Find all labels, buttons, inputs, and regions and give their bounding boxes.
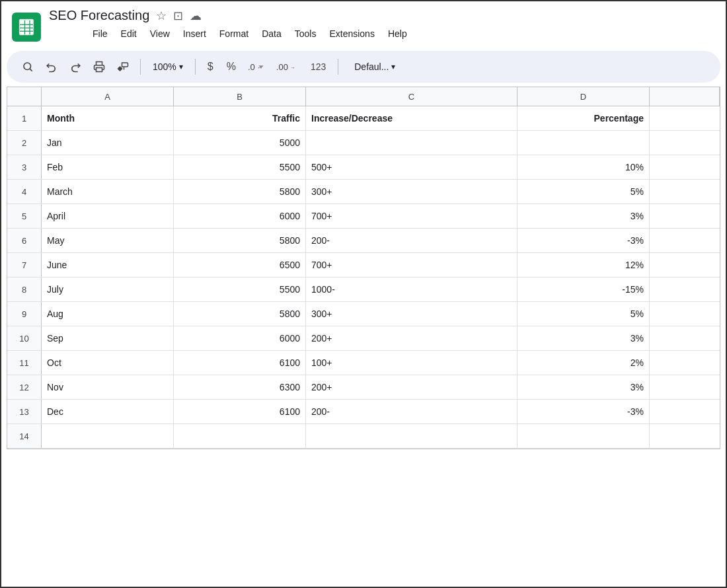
currency-button[interactable]: $ — [202, 58, 219, 75]
cell-b[interactable]: 5800 — [174, 229, 306, 252]
cell-c[interactable]: 100+ — [306, 351, 517, 375]
cell-b[interactable]: 5000 — [174, 131, 306, 155]
cell-a[interactable]: Feb — [42, 155, 174, 179]
menu-help[interactable]: Help — [381, 26, 414, 42]
cell-b[interactable]: 6300 — [174, 375, 306, 399]
cell-b[interactable] — [174, 424, 306, 448]
menu-edit[interactable]: Edit — [114, 26, 143, 42]
cell-b[interactable]: 6500 — [174, 253, 306, 277]
col-header-a[interactable]: A — [42, 87, 174, 106]
cell-a[interactable]: Oct — [42, 351, 174, 375]
cell-e[interactable] — [650, 155, 720, 179]
redo-button[interactable] — [65, 56, 86, 77]
cell-e[interactable] — [650, 131, 720, 155]
cell-a[interactable]: May — [42, 229, 174, 252]
cell-c[interactable]: 300+ — [306, 180, 517, 203]
cell-b[interactable]: Traffic — [174, 106, 306, 130]
cell-rownum: 5 — [7, 204, 42, 228]
cell-d[interactable]: Percentage — [517, 106, 650, 130]
cell-a[interactable]: Nov — [42, 375, 174, 399]
cell-b[interactable]: 6000 — [174, 326, 306, 350]
cell-a[interactable]: April — [42, 204, 174, 228]
undo-button[interactable] — [41, 56, 62, 77]
menu-extensions[interactable]: Extensions — [323, 26, 381, 42]
paint-format-button[interactable] — [112, 56, 134, 77]
move-icon[interactable]: ⊡ — [173, 9, 183, 23]
menu-format[interactable]: Format — [213, 26, 255, 42]
col-header-d[interactable]: D — [517, 87, 650, 106]
cell-a[interactable]: Month — [42, 106, 174, 130]
cell-e[interactable] — [650, 106, 720, 130]
menu-data[interactable]: Data — [255, 26, 288, 42]
decimal-increase-button[interactable]: .00 → — [272, 59, 303, 75]
zoom-selector[interactable]: 100% ▾ — [147, 59, 188, 75]
cell-c[interactable] — [306, 131, 517, 155]
num-format-button[interactable]: 123 — [305, 59, 331, 75]
cell-e[interactable] — [650, 277, 720, 301]
menu-file[interactable]: File — [86, 26, 114, 42]
cell-e[interactable] — [650, 351, 720, 375]
menu-insert[interactable]: Insert — [176, 26, 213, 42]
cell-d[interactable]: 5% — [517, 180, 650, 203]
cell-d[interactable]: -3% — [517, 229, 650, 252]
star-icon[interactable]: ☆ — [156, 9, 167, 23]
cell-c[interactable]: 700+ — [306, 204, 517, 228]
cell-e[interactable] — [650, 424, 720, 448]
cell-b[interactable]: 5500 — [174, 277, 306, 301]
cell-d[interactable]: 5% — [517, 302, 650, 326]
cell-d[interactable]: -3% — [517, 400, 650, 423]
cell-d[interactable]: 3% — [517, 204, 650, 228]
cell-b[interactable]: 6000 — [174, 204, 306, 228]
search-button[interactable] — [17, 56, 38, 77]
cell-e[interactable] — [650, 400, 720, 423]
cell-c[interactable]: 1000- — [306, 277, 517, 301]
cell-a[interactable]: Jan — [42, 131, 174, 155]
cell-c[interactable]: 700+ — [306, 253, 517, 277]
percent-button[interactable]: % — [221, 58, 241, 75]
cell-e[interactable] — [650, 326, 720, 350]
cell-c[interactable]: Increase/Decrease — [306, 106, 517, 130]
cell-b[interactable]: 5800 — [174, 302, 306, 326]
decimal-decrease-button[interactable]: .0 ← — [244, 59, 270, 75]
cell-d[interactable] — [517, 424, 650, 448]
cell-a[interactable] — [42, 424, 174, 448]
cell-d[interactable]: 3% — [517, 326, 650, 350]
cell-e[interactable] — [650, 302, 720, 326]
cell-b[interactable]: 6100 — [174, 351, 306, 375]
cell-d[interactable]: 12% — [517, 253, 650, 277]
cell-c[interactable]: 200- — [306, 400, 517, 423]
menu-tools[interactable]: Tools — [288, 26, 323, 42]
cell-e[interactable] — [650, 229, 720, 252]
cell-a[interactable]: Sep — [42, 326, 174, 350]
col-header-c[interactable]: C — [306, 87, 517, 106]
menu-view[interactable]: View — [143, 26, 176, 42]
col-header-rownum — [7, 87, 42, 106]
cell-e[interactable] — [650, 180, 720, 203]
cell-a[interactable]: June — [42, 253, 174, 277]
cell-d[interactable]: 3% — [517, 375, 650, 399]
cell-d[interactable]: 2% — [517, 351, 650, 375]
col-header-b[interactable]: B — [174, 87, 306, 106]
cell-c[interactable] — [306, 424, 517, 448]
cell-d[interactable] — [517, 131, 650, 155]
cell-c[interactable]: 200- — [306, 229, 517, 252]
cell-b[interactable]: 5500 — [174, 155, 306, 179]
cloud-icon[interactable]: ☁ — [190, 9, 202, 23]
cell-e[interactable] — [650, 204, 720, 228]
cell-c[interactable]: 500+ — [306, 155, 517, 179]
cell-c[interactable]: 300+ — [306, 302, 517, 326]
cell-a[interactable]: July — [42, 277, 174, 301]
cell-c[interactable]: 200+ — [306, 375, 517, 399]
cell-a[interactable]: Aug — [42, 302, 174, 326]
font-selector[interactable]: Defaul... ▾ — [348, 59, 402, 75]
cell-a[interactable]: Dec — [42, 400, 174, 423]
cell-e[interactable] — [650, 253, 720, 277]
cell-b[interactable]: 6100 — [174, 400, 306, 423]
cell-c[interactable]: 200+ — [306, 326, 517, 350]
cell-d[interactable]: 10% — [517, 155, 650, 179]
cell-b[interactable]: 5800 — [174, 180, 306, 203]
cell-d[interactable]: -15% — [517, 277, 650, 301]
print-button[interactable] — [89, 56, 110, 77]
cell-e[interactable] — [650, 375, 720, 399]
cell-a[interactable]: March — [42, 180, 174, 203]
